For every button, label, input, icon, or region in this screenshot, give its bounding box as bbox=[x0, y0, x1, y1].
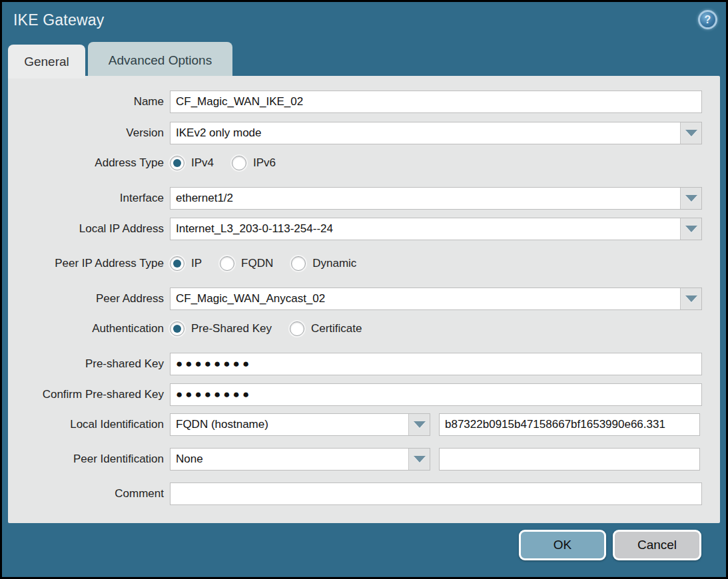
peer-ip-type-ip-label: IP bbox=[191, 257, 202, 270]
pre-shared-key-row: Pre-shared Key bbox=[8, 353, 720, 375]
auth-certificate-radio[interactable]: Certificate bbox=[290, 321, 362, 336]
peer-ip-type-fqdn-label: FQDN bbox=[241, 257, 273, 270]
radio-unselected-icon bbox=[220, 256, 234, 271]
peer-identification-value-input[interactable] bbox=[439, 448, 700, 471]
local-ip-address-label: Local IP Address bbox=[8, 222, 170, 236]
interface-dropdown-button[interactable] bbox=[680, 188, 701, 209]
tab-general-label: General bbox=[24, 55, 69, 69]
peer-identification-row: Peer Identification bbox=[8, 448, 720, 471]
authentication-label: Authentication bbox=[8, 322, 170, 335]
chevron-down-icon bbox=[685, 226, 697, 232]
radio-unselected-icon bbox=[291, 256, 306, 271]
interface-label: Interface bbox=[8, 192, 170, 205]
peer-ip-address-type-label: Peer IP Address Type bbox=[8, 257, 170, 270]
name-row: Name bbox=[8, 91, 720, 113]
tab-general[interactable]: General bbox=[8, 45, 85, 79]
interface-row: Interface bbox=[8, 187, 720, 210]
peer-ip-type-dynamic-label: Dynamic bbox=[312, 257, 356, 270]
local-identification-type-input[interactable] bbox=[171, 414, 408, 435]
local-identification-row: Local Identification bbox=[8, 413, 720, 436]
interface-dropdown bbox=[170, 187, 702, 210]
pre-shared-key-input[interactable] bbox=[170, 353, 702, 375]
address-type-label: Address Type bbox=[8, 156, 170, 170]
local-identification-type-dropdown bbox=[170, 413, 430, 436]
address-type-ipv4-radio[interactable]: IPv4 bbox=[170, 156, 214, 170]
pre-shared-key-label: Pre-shared Key bbox=[8, 357, 170, 371]
comment-row: Comment bbox=[8, 482, 720, 505]
local-identification-value-input[interactable] bbox=[439, 413, 700, 436]
ok-button-label: OK bbox=[553, 538, 571, 552]
interface-input[interactable] bbox=[171, 188, 680, 209]
address-type-ipv6-radio[interactable]: IPv6 bbox=[232, 156, 276, 170]
local-ip-address-dropdown-button[interactable] bbox=[680, 218, 701, 240]
peer-identification-type-dropdown bbox=[170, 448, 430, 471]
auth-certificate-label: Certificate bbox=[311, 322, 362, 335]
version-dropdown-button[interactable] bbox=[680, 122, 701, 144]
peer-address-dropdown bbox=[170, 288, 702, 310]
general-tab-panel: Name Version Address Type IP bbox=[8, 76, 720, 523]
ike-gateway-dialog: IKE Gateway ? Advanced Options General N… bbox=[2, 2, 726, 577]
authentication-row: Authentication Pre-Shared Key Certificat… bbox=[8, 319, 720, 338]
version-input[interactable] bbox=[171, 122, 680, 144]
chevron-down-icon bbox=[685, 195, 697, 202]
peer-identification-type-input[interactable] bbox=[171, 449, 408, 470]
peer-address-row: Peer Address bbox=[8, 288, 720, 310]
confirm-pre-shared-key-label: Confirm Pre-shared Key bbox=[8, 388, 170, 401]
local-ip-address-row: Local IP Address bbox=[8, 218, 720, 240]
version-label: Version bbox=[8, 126, 170, 140]
name-label: Name bbox=[8, 95, 170, 108]
radio-selected-icon bbox=[170, 256, 184, 271]
peer-ip-type-dynamic-radio[interactable]: Dynamic bbox=[291, 256, 356, 271]
local-identification-label: Local Identification bbox=[8, 418, 170, 431]
chevron-down-icon bbox=[414, 456, 426, 463]
help-question-icon[interactable]: ? bbox=[698, 10, 717, 29]
address-type-ipv6-label: IPv6 bbox=[253, 156, 276, 170]
local-identification-dropdown-button[interactable] bbox=[408, 414, 430, 435]
peer-address-dropdown-button[interactable] bbox=[680, 288, 701, 309]
confirm-pre-shared-key-input[interactable] bbox=[170, 383, 702, 406]
cancel-button[interactable]: Cancel bbox=[613, 530, 701, 560]
ok-button[interactable]: OK bbox=[519, 530, 606, 560]
peer-ip-type-ip-radio[interactable]: IP bbox=[170, 256, 202, 271]
peer-ip-address-type-row: Peer IP Address Type IP FQDN Dynamic bbox=[8, 254, 720, 273]
name-input[interactable] bbox=[170, 91, 702, 113]
auth-pre-shared-key-label: Pre-Shared Key bbox=[191, 322, 272, 335]
version-row: Version bbox=[8, 122, 720, 144]
confirm-pre-shared-key-row: Confirm Pre-shared Key bbox=[8, 383, 720, 406]
tab-advanced-options[interactable]: Advanced Options bbox=[88, 42, 232, 79]
peer-identification-dropdown-button[interactable] bbox=[408, 449, 430, 470]
chevron-down-icon bbox=[414, 421, 426, 428]
local-ip-address-input[interactable] bbox=[171, 218, 680, 240]
comment-label: Comment bbox=[8, 487, 170, 500]
peer-ip-type-fqdn-radio[interactable]: FQDN bbox=[220, 256, 273, 271]
cancel-button-label: Cancel bbox=[637, 538, 677, 552]
tab-advanced-options-label: Advanced Options bbox=[109, 53, 212, 68]
address-type-ipv4-label: IPv4 bbox=[191, 156, 214, 170]
version-dropdown bbox=[170, 122, 702, 144]
local-ip-address-dropdown bbox=[170, 218, 702, 240]
radio-selected-icon bbox=[170, 156, 184, 170]
chevron-down-icon bbox=[685, 130, 697, 136]
radio-unselected-icon bbox=[290, 321, 304, 336]
radio-unselected-icon bbox=[232, 156, 246, 170]
comment-input[interactable] bbox=[170, 482, 702, 505]
address-type-row: Address Type IPv4 IPv6 bbox=[8, 154, 720, 172]
chevron-down-icon bbox=[685, 295, 697, 302]
radio-selected-icon bbox=[170, 321, 184, 336]
peer-identification-label: Peer Identification bbox=[8, 453, 170, 466]
peer-address-label: Peer Address bbox=[8, 292, 170, 305]
auth-pre-shared-key-radio[interactable]: Pre-Shared Key bbox=[170, 321, 272, 336]
peer-address-input[interactable] bbox=[171, 288, 680, 309]
dialog-title: IKE Gateway bbox=[13, 11, 104, 29]
